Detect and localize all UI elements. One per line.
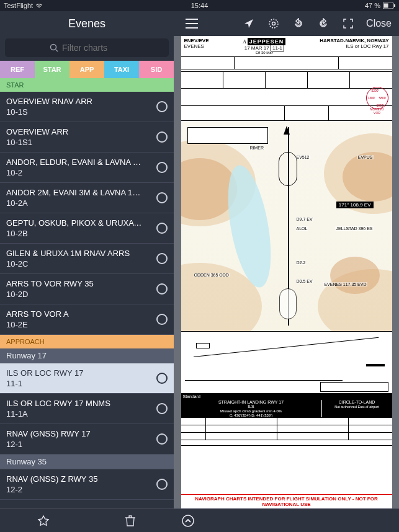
course-box: 171° 108.9 EV xyxy=(336,202,374,208)
category-tabs: REF STAR APP TAXI SID xyxy=(0,61,174,78)
chart-list[interactable]: STAR OVERVIEW RNAV ARR10-1S OVERVIEW ARR… xyxy=(0,78,174,508)
tab-ref[interactable]: REF xyxy=(0,61,35,78)
radio-icon[interactable] xyxy=(156,314,168,325)
list-row[interactable]: ARRS TO VOR RWY 3510-2D xyxy=(0,274,174,304)
page-title: Evenes xyxy=(0,17,174,30)
rotate-right-icon[interactable] xyxy=(316,17,330,30)
svg-line-6 xyxy=(56,50,58,51)
plate-name: EVENES xyxy=(184,43,209,49)
disclaimer-banner: NAVIGRAPH CHARTS INTENDED FOR FLIGHT SIM… xyxy=(181,494,392,508)
svg-point-3 xyxy=(269,19,278,28)
radio-icon[interactable] xyxy=(156,192,168,203)
expand-up-icon[interactable] xyxy=(181,514,195,528)
tab-taxi[interactable]: TAXI xyxy=(104,61,139,78)
radio-icon[interactable] xyxy=(156,283,168,295)
chart-viewport[interactable]: ENEV/EVE EVENES A JEPPESEN 17 MAR 17 11-… xyxy=(174,36,399,508)
locate-icon[interactable] xyxy=(242,17,256,30)
msa-circle: 5200' 5800' 6000' 7300' MSA EVD VOR xyxy=(366,87,388,109)
radio-icon[interactable] xyxy=(156,373,168,384)
tab-sid[interactable]: SID xyxy=(139,61,174,78)
minimums-note: FOR ILS & LOC MINIMUMS BASED ON A MISSED… xyxy=(187,127,268,144)
radio-icon[interactable] xyxy=(156,162,168,173)
wifi-icon xyxy=(35,2,43,9)
list-row[interactable]: RNAV (GNSS) RWY 1712-1 xyxy=(0,424,174,454)
search-icon xyxy=(50,43,58,52)
section-star: STAR xyxy=(0,78,174,92)
sidebar: REF STAR APP TAXI SID STAR OVERVIEW RNAV… xyxy=(0,36,174,508)
plate-icao: ENEV/EVE xyxy=(184,38,209,43)
list-row[interactable]: OVERVIEW ARR10-1S1 xyxy=(0,122,174,153)
freq-nav-row: LOC IEV108.9 Final Apch Crs171° GSD2.2 E… xyxy=(181,71,392,89)
status-app: TestFlight xyxy=(4,2,33,9)
plate-location: HARSTAD-NARVIK, NORWAY xyxy=(320,38,388,43)
list-row[interactable]: ARRS TO VOR A10-2E xyxy=(0,304,174,335)
status-time: 15:44 xyxy=(191,2,208,9)
profile-view: Start turn at 2 Min 4500' 4100' 171° EV5… xyxy=(181,332,392,394)
plate-procedure: ILS or LOC Rwy 17 xyxy=(320,43,388,49)
list-row[interactable]: ILS OR LOC RWY 17 MNMS11-1A xyxy=(0,394,174,424)
freq-comm-row: *ATIS126.025 *EVENES Tower (APP)120.1 *T… xyxy=(181,56,392,69)
battery-icon xyxy=(383,2,395,9)
search-input[interactable] xyxy=(5,38,169,57)
row-code: 10-1S xyxy=(6,107,92,117)
list-row[interactable]: GEPTU, OSKUB, PIKOX & URUXA 1L, GI..10-2… xyxy=(0,213,174,244)
list-row[interactable]: ANDOR, ELDUR, EVANI & LAVNA 2L RN..10-2 xyxy=(0,153,174,183)
top-bar: Evenes Close xyxy=(0,11,399,36)
favorite-icon[interactable] xyxy=(37,514,50,528)
radio-icon[interactable] xyxy=(156,433,168,445)
svg-point-7 xyxy=(182,515,194,526)
rotate-left-icon[interactable] xyxy=(292,17,305,30)
close-button[interactable]: Close xyxy=(366,18,392,29)
radio-icon[interactable] xyxy=(156,223,168,234)
list-row[interactable]: OVERVIEW RNAV ARR10-1S xyxy=(0,92,174,122)
svg-point-4 xyxy=(272,22,276,25)
radio-icon[interactable] xyxy=(156,253,168,264)
status-battery: 47 % xyxy=(365,2,380,9)
trash-icon[interactable] xyxy=(123,514,137,528)
menu-icon[interactable] xyxy=(185,17,199,30)
sub-rwy35: Runway 35 xyxy=(0,454,174,469)
approach-plate: ENEV/EVE EVENES A JEPPESEN 17 MAR 17 11-… xyxy=(181,36,392,508)
sub-rwy17: Runway 17 xyxy=(0,348,174,363)
tab-app[interactable]: APP xyxy=(69,61,104,78)
radio-icon[interactable] xyxy=(156,101,168,112)
fullscreen-icon[interactable] xyxy=(341,17,355,30)
bottom-bar xyxy=(0,508,399,532)
settings-icon[interactable] xyxy=(267,17,280,30)
radio-icon[interactable] xyxy=(156,131,168,143)
svg-point-5 xyxy=(51,45,56,50)
missed-approach-box: MISSED APCH: Climb on rwy track to D2.5 … xyxy=(181,89,392,106)
list-row[interactable]: ILS OR LOC RWY 1711-1 xyxy=(0,363,174,394)
list-row[interactable]: GILEN & URUXA 1M RNAV ARRS10-2C xyxy=(0,244,174,274)
minimums-table: Standard STRAIGHT-IN LANDING RWY 17ILSMi… xyxy=(181,394,392,451)
status-bar: TestFlight 15:44 47 % xyxy=(0,0,399,11)
tab-star[interactable]: STAR xyxy=(35,61,69,78)
svg-rect-1 xyxy=(384,4,388,8)
svg-rect-2 xyxy=(394,4,395,7)
row-title: OVERVIEW RNAV ARR xyxy=(6,97,92,106)
radio-icon[interactable] xyxy=(156,479,168,490)
list-row[interactable]: ANDOR 2M, EVANI 3M & LAVNA 1M R..10-2A xyxy=(0,183,174,213)
section-approach: APPROACH xyxy=(0,335,174,348)
plan-view: FOR ILS & LOC MINIMUMS BASED ON A MISSED… xyxy=(181,121,392,332)
list-row[interactable]: RNAV (GNSS) Z RWY 3512-2 xyxy=(0,469,174,500)
radio-icon[interactable] xyxy=(156,403,168,414)
briefing-notes: Alt Set: hPa1. ADF, DME and VOR required… xyxy=(181,106,392,121)
